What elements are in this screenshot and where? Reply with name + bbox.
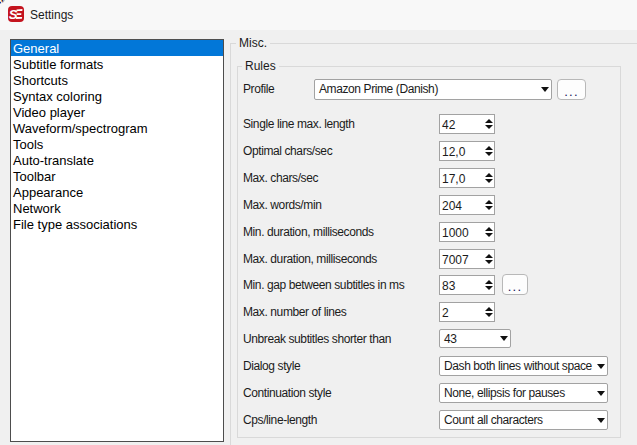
svg-text:S: S bbox=[9, 7, 18, 22]
